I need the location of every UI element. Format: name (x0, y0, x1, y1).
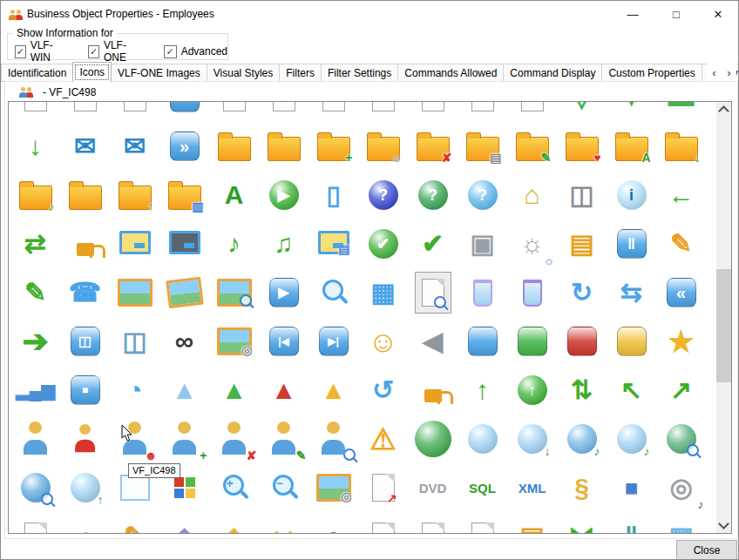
checkbox-box[interactable]: ✓ (15, 45, 26, 58)
scanner-camera-icon[interactable]: ◫ (557, 171, 607, 219)
partial-icon[interactable]: ∩ (308, 512, 358, 534)
minimize-button[interactable]: — (611, 1, 654, 27)
copy-clipboard-icon[interactable]: ▤ (557, 219, 607, 268)
dvd-text-icon[interactable]: DVD (408, 463, 458, 512)
triangle-blue-icon[interactable]: ▲ (159, 366, 209, 415)
refresh-arrows-icon[interactable]: ⇆ (607, 268, 656, 317)
folder-edit-icon[interactable]: ✎ (507, 122, 557, 171)
picture-cd-icon[interactable]: ◎ (308, 463, 358, 512)
partial-icon[interactable]: ▤ (507, 512, 557, 534)
preview-document-icon[interactable] (408, 268, 458, 317)
arrow-up-left-icon[interactable]: ↖ (607, 366, 656, 415)
partial-icon[interactable] (159, 101, 209, 122)
green-button-icon[interactable] (507, 317, 557, 366)
folder-add-icon[interactable]: + (308, 122, 358, 171)
play-button-icon[interactable]: ▶ (259, 268, 308, 317)
pencil-green-icon[interactable]: ✎ (10, 268, 60, 317)
tab-identification[interactable]: Identification (1, 64, 73, 81)
tab-commands-allowed[interactable]: Commands Allowed (397, 64, 504, 81)
globe-music-icon[interactable]: ♪ (557, 415, 607, 463)
up-down-arrows-icon[interactable]: ⇅ (557, 366, 607, 415)
search-icon[interactable] (308, 268, 358, 317)
help-orb-dark-icon[interactable]: ? (358, 171, 408, 219)
fast-forward-button-icon[interactable]: » (159, 122, 209, 171)
partial-icon[interactable] (408, 101, 458, 122)
tab-scroll-right-button[interactable]: › (722, 64, 736, 81)
partial-icon[interactable]: ▽ (557, 101, 607, 122)
partial-icon[interactable]: ◆◆ (259, 512, 308, 534)
globe-search-icon[interactable] (656, 415, 706, 463)
checkbox-advanced[interactable]: ✓Advanced (164, 39, 227, 64)
monitor-icon[interactable] (110, 219, 159, 268)
pause-button-icon[interactable]: ‖ (607, 219, 656, 268)
scanner-open-icon[interactable]: ◫ (110, 317, 159, 366)
glass-icon[interactable] (458, 268, 507, 317)
orb-upload-icon[interactable]: ↑ (60, 463, 110, 512)
tab-visual-styles[interactable]: Visual Styles (207, 64, 280, 81)
person-icon[interactable] (10, 415, 60, 463)
zoom-in-icon[interactable]: + (209, 463, 259, 512)
redo-arrow-icon[interactable]: ↻ (557, 268, 607, 317)
tab-command-display[interactable]: Command Display (503, 64, 602, 81)
mail-icon[interactable]: ✉ (110, 122, 159, 171)
partial-icon[interactable]: ◆ (209, 512, 259, 534)
partial-icon[interactable] (358, 101, 408, 122)
tab-filter-settings[interactable]: Filter Settings (321, 64, 398, 81)
monitor-dark-icon[interactable] (159, 219, 209, 268)
close-button[interactable]: Close (676, 540, 737, 560)
person-edit-icon[interactable]: ✎ (259, 415, 308, 463)
folder-document-icon[interactable]: ▤ (458, 122, 507, 171)
software-cd-icon[interactable]: ◎ (209, 317, 259, 366)
picture-search-icon[interactable] (209, 268, 259, 317)
printer-icon[interactable]: ▦ (358, 268, 408, 317)
triangle-yellow-icon[interactable]: ▲ (308, 366, 358, 415)
partial-icon[interactable]: ◔ (60, 512, 110, 534)
partial-icon[interactable] (358, 512, 408, 534)
lock-icon[interactable] (60, 219, 110, 268)
back-arrow-icon[interactable]: ← (656, 171, 706, 219)
person-red-icon[interactable] (60, 415, 110, 463)
cd-speaker-icon[interactable]: ◎♪ (656, 463, 706, 512)
trash-icon[interactable] (507, 268, 557, 317)
music-note-icon[interactable]: ♪ (209, 219, 259, 268)
chart-document-icon[interactable]: ↗ (358, 463, 408, 512)
binoculars-icon[interactable]: ∞ (159, 317, 209, 366)
tab-custom-properties[interactable]: Custom Properties (601, 64, 702, 81)
checkbox-box[interactable]: ✓ (88, 45, 99, 58)
skip-start-button-icon[interactable]: |◀ (259, 317, 308, 366)
partial-icon[interactable] (259, 101, 308, 122)
help-orb-light-icon[interactable]: ? (458, 171, 507, 219)
zoom-out-icon[interactable]: − (259, 463, 308, 512)
smiley-icon[interactable]: ☺ (358, 317, 408, 366)
globe-download-icon[interactable]: ↓ (507, 415, 557, 463)
partial-icon[interactable]: ✎ (110, 512, 159, 534)
big-right-arrow-icon[interactable]: ➔ (10, 317, 60, 366)
up-arrow-icon[interactable]: ↑ (458, 366, 507, 415)
folder-icon[interactable] (209, 122, 259, 171)
skip-end-button-icon[interactable]: ▶| (308, 317, 358, 366)
partial-icon[interactable]: ▼ (607, 101, 656, 122)
maximize-button[interactable]: □ (654, 1, 698, 27)
partial-icon[interactable] (408, 512, 458, 534)
info-orb-icon[interactable]: i (607, 171, 656, 219)
scrollbar-thumb[interactable] (716, 269, 731, 382)
alarm-clock-icon[interactable]: ◔ (110, 366, 159, 415)
partial-icon[interactable] (10, 512, 60, 534)
bar-chart-icon[interactable]: ▂▄▆ (10, 366, 60, 415)
person-delete-icon[interactable]: ✘ (209, 415, 259, 463)
checkbox-box[interactable]: ✓ (164, 45, 177, 58)
tab-scroll-left-button[interactable]: ‹ (707, 64, 722, 81)
scroll-paper-icon[interactable]: § (557, 463, 607, 512)
partial-icon[interactable]: ⋈ (557, 512, 607, 534)
title-bar[interactable]: Business Object Properties - Employees —… (1, 1, 738, 27)
up-orb-icon[interactable]: ↑ (507, 366, 557, 415)
folder-open-icon[interactable] (60, 171, 110, 219)
tab-filters[interactable]: Filters (279, 64, 322, 81)
music-notes-icon[interactable]: ♫ (259, 219, 308, 268)
folder-upload-icon[interactable]: ↑ (110, 171, 159, 219)
folder-chart-icon[interactable]: ▥ (159, 171, 209, 219)
checkbox-vlf-win[interactable]: ✓VLF-WIN (15, 39, 65, 64)
scrollbar-up-button[interactable] (716, 102, 731, 117)
font-icon[interactable]: A (209, 171, 259, 219)
pencil-orange-icon[interactable]: ✎ (656, 219, 706, 268)
